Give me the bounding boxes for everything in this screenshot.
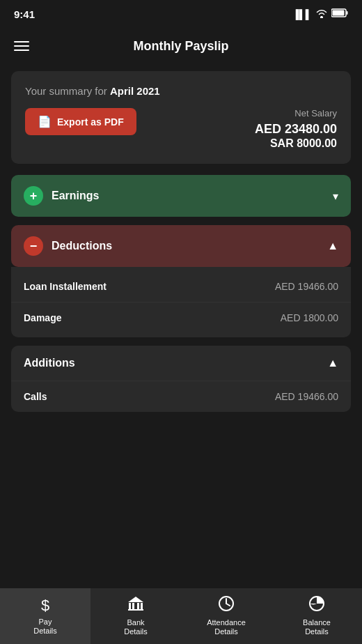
svg-rect-4 [132, 603, 134, 609]
signal-icon: ▐▌▌ [292, 9, 312, 20]
attendance-details-label: AttendanceDetails [207, 618, 246, 636]
battery-icon [331, 8, 348, 20]
net-salary-label: Net Salary [255, 108, 337, 118]
deductions-minus-icon: − [24, 236, 43, 256]
salary-row: 📄 Export as PDF Net Salary AED 23480.00 … [25, 108, 337, 150]
net-salary: Net Salary AED 23480.00 SAR 8000.00 [255, 108, 337, 150]
status-bar: 9:41 ▐▌▌ [0, 0, 362, 28]
net-salary-aed: AED 23480.00 [255, 121, 337, 137]
svg-rect-5 [137, 603, 139, 609]
svg-line-11 [226, 604, 230, 606]
app-header: Monthly Payslip [0, 28, 362, 64]
additions-header[interactable]: Additions ▲ [11, 346, 351, 381]
svg-rect-1 [347, 11, 348, 15]
hamburger-menu[interactable] [14, 41, 29, 51]
summary-period: April 2021 [110, 85, 160, 97]
bank-details-icon [127, 596, 144, 615]
page-title: Monthly Payslip [133, 39, 228, 54]
summary-card: Your summary for April 2021 📄 Export as … [11, 71, 351, 164]
nav-attendance-details[interactable]: AttendanceDetails [181, 588, 272, 644]
status-icons: ▐▌▌ [292, 8, 348, 20]
earnings-chevron: ▾ [333, 190, 338, 203]
attendance-details-icon [219, 596, 234, 615]
balance-details-label: BalanceDetails [303, 618, 331, 636]
earnings-title: Earnings [52, 190, 99, 202]
bottom-nav: $ PayDetails BankDetails AttendanceDetai… [0, 588, 362, 644]
deductions-list: Loan Installement AED 19466.00 Damage AE… [11, 267, 351, 337]
summary-text: Your summary for April 2021 [25, 85, 337, 97]
pdf-icon: 📄 [38, 115, 52, 128]
export-pdf-button[interactable]: 📄 Export as PDF [25, 108, 136, 135]
additions-section: Additions ▲ Calls AED 19466.00 [11, 346, 351, 412]
additions-chevron: ▲ [327, 357, 338, 369]
pay-details-label: PayDetails [33, 618, 57, 636]
additions-list: Calls AED 19466.00 [11, 381, 351, 412]
deduction-item-damage: Damage AED 1800.00 [11, 302, 351, 333]
loan-amount: AED 19466.00 [275, 281, 338, 292]
status-time: 9:41 [14, 8, 35, 20]
net-salary-sar: SAR 8000.00 [255, 137, 337, 150]
calls-amount: AED 19466.00 [275, 391, 338, 402]
pay-details-icon: $ [41, 597, 49, 615]
deductions-header[interactable]: − Deductions ▲ [11, 225, 351, 267]
bank-details-label: BankDetails [124, 618, 148, 636]
addition-item-calls: Calls AED 19466.00 [11, 381, 351, 412]
svg-rect-6 [141, 603, 143, 609]
earnings-header[interactable]: + Earnings ▾ [11, 175, 351, 217]
svg-rect-3 [129, 603, 131, 609]
deduction-item-loan: Loan Installement AED 19466.00 [11, 271, 351, 302]
deductions-title: Deductions [52, 240, 112, 252]
nav-balance-details[interactable]: BalanceDetails [272, 588, 362, 644]
calls-label: Calls [24, 391, 47, 402]
nav-bank-details[interactable]: BankDetails [90, 588, 181, 644]
main-content: Your summary for April 2021 📄 Export as … [0, 64, 362, 588]
damage-label: Damage [24, 312, 61, 323]
wifi-icon [315, 8, 328, 20]
nav-pay-details[interactable]: $ PayDetails [0, 588, 90, 644]
damage-amount: AED 1800.00 [281, 312, 338, 323]
balance-details-icon [309, 596, 324, 615]
additions-title: Additions [24, 357, 75, 369]
svg-rect-7 [128, 609, 143, 611]
svg-rect-2 [333, 10, 345, 16]
loan-label: Loan Installement [24, 281, 107, 292]
svg-marker-8 [128, 597, 143, 602]
deductions-chevron: ▲ [327, 240, 338, 252]
earnings-plus-icon: + [24, 186, 43, 206]
